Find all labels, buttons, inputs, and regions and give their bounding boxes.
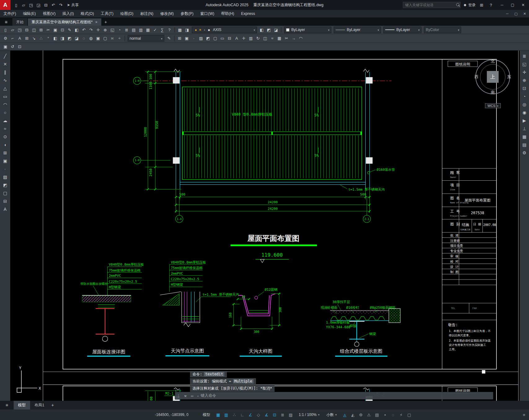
fillet-icon[interactable]: ◠ — [297, 35, 304, 42]
steering-wheel-icon[interactable]: ◉ — [520, 108, 528, 116]
cut-clip-icon[interactable]: ✂ — [45, 26, 52, 33]
polar-tracking-icon[interactable]: ∠ — [247, 411, 254, 418]
menu-draw-icon[interactable]: 绘图(D) — [117, 10, 137, 18]
text-style-combo[interactable]: normal — [128, 35, 164, 42]
save-icon[interactable]: ◳ — [27, 1, 35, 9]
mtext-tool-icon[interactable]: A — [1, 205, 9, 213]
plot-sheet-icon[interactable]: ⊟ — [23, 26, 30, 33]
insert-block-icon[interactable]: ⊞ — [176, 35, 183, 42]
window-minimize-icon[interactable]: ─ — [497, 0, 507, 10]
navbar-menu-icon[interactable]: ≣ — [520, 52, 528, 60]
cmd-recent-icon[interactable]: ▭ — [189, 392, 196, 399]
ellipse-icon[interactable]: ⊙ — [1, 133, 9, 140]
hide-obj-icon[interactable]: ◍ — [87, 35, 95, 42]
create-block-icon[interactable]: ▣ — [183, 35, 190, 42]
layer-combo[interactable]: ●☀▪■ AXIS — [192, 27, 257, 33]
cart-icon[interactable]: ⊞ — [478, 2, 485, 8]
menu-insert-icon[interactable]: 插入(I) — [59, 10, 77, 18]
markup-manager-icon[interactable]: ✓ — [152, 26, 159, 33]
named-views-icon[interactable]: ▤ — [520, 141, 528, 148]
isolate-obj-icon[interactable]: ◌ — [80, 35, 87, 42]
grid-toggle-icon[interactable]: ▦ — [214, 411, 222, 418]
make-block-tool-icon[interactable]: ▣ — [1, 157, 9, 165]
table-tool-icon[interactable]: ⊟ — [1, 197, 9, 205]
table-icon[interactable]: ⊟ — [226, 35, 233, 42]
autocad-logo-icon[interactable]: A — [0, 0, 11, 10]
layer-states-icon[interactable]: ◨ — [183, 26, 191, 33]
make-object-layer-current-icon[interactable]: ◧ — [258, 26, 265, 33]
draworder-above-icon[interactable]: ◩ — [66, 35, 73, 42]
search-icon[interactable] — [455, 2, 460, 7]
snap-toggle-icon[interactable]: ▥ — [223, 411, 230, 418]
array-icon[interactable]: ▦ — [276, 35, 283, 42]
polygon-icon[interactable]: △ — [1, 84, 9, 92]
window-close-icon[interactable]: ✕ — [518, 0, 528, 10]
hatch-icon[interactable]: ▨ — [197, 35, 205, 42]
text-style-icon[interactable]: A — [16, 35, 23, 42]
new-drawing-icon[interactable]: ▯ — [12, 1, 20, 9]
menu-parametric-icon[interactable]: 参数(P) — [177, 10, 197, 18]
command-input-bar[interactable]: ⋮⚒▭ 键入命令 — [175, 392, 493, 400]
layer-match-icon[interactable]: ◪ — [272, 26, 280, 33]
grid-display-icon[interactable]: ▦ — [520, 133, 528, 140]
drawing-canvas[interactable]: 100 1100 9150 12800 2450 500 500 24200 2… — [10, 51, 520, 401]
units-button[interactable]: 小数 — [324, 411, 339, 419]
mleader-style-icon[interactable]: ↘ — [30, 35, 37, 42]
layer-previous-icon[interactable]: ◩ — [265, 26, 272, 33]
doc-restore-icon[interactable]: ▢ — [512, 10, 520, 17]
multiline-icon[interactable]: ∥ — [1, 68, 9, 76]
move-icon[interactable]: ✛ — [240, 35, 247, 42]
ortho-toggle-icon[interactable]: ∟ — [239, 411, 246, 418]
dim-style-icon[interactable]: ⌐ — [9, 35, 16, 42]
menu-modify-icon[interactable]: 修改(M) — [157, 10, 177, 18]
doc-minimize-icon[interactable]: ─ — [503, 10, 512, 17]
insert-block-tool-icon[interactable]: ⊞ — [1, 149, 9, 157]
linetype-combo-caret-icon[interactable] — [376, 28, 379, 32]
window-restore-icon[interactable]: ▢ — [507, 0, 518, 10]
command-input-placeholder[interactable]: 键入命令 — [201, 393, 216, 398]
linetype-combo[interactable]: ByLayer — [334, 27, 381, 33]
revision-cloud-icon[interactable]: ☁ — [1, 117, 9, 124]
lineweight-combo[interactable]: ByLayer — [383, 27, 421, 33]
rectangle-icon[interactable]: ▭ — [1, 92, 9, 100]
viewcube-south[interactable]: 南 — [491, 90, 495, 95]
block-editor-icon[interactable]: ◧ — [73, 26, 80, 33]
orbit-icon[interactable]: ◎ — [520, 100, 528, 108]
extend-icon[interactable]: → — [290, 35, 297, 42]
style-manager-icon[interactable]: ✎ — [165, 35, 173, 42]
tab-model[interactable]: 模型 — [14, 401, 30, 409]
region-tool-icon[interactable]: ▢ — [1, 189, 9, 197]
lineweight-combo-caret-icon[interactable] — [417, 28, 420, 32]
circle-icon[interactable]: ○ — [1, 108, 9, 116]
zoom-previous-tool-icon[interactable]: ◔ — [520, 92, 528, 100]
help-btn-icon[interactable]: ? — [166, 26, 173, 33]
view-settings-icon[interactable]: ⚙ — [520, 149, 528, 157]
zoom-window-tool-icon[interactable]: ⊡ — [520, 84, 528, 92]
gradient-icon[interactable]: ◩ — [205, 35, 212, 42]
point-style-icon[interactable]: ∴ — [37, 35, 45, 42]
zoom-previous-icon[interactable]: ◔ — [116, 26, 123, 33]
save-file-icon[interactable]: ◳ — [16, 26, 23, 33]
match-properties-icon[interactable]: ✎ — [66, 26, 73, 33]
coordinates-display[interactable]: -164500, -180399, 0 — [155, 413, 198, 417]
point-tool-icon[interactable]: ∙ — [1, 165, 9, 173]
tab-close-icon[interactable]: ✕ — [95, 20, 98, 24]
lock-ui-icon[interactable]: ▪ — [381, 411, 389, 418]
save-as-icon[interactable]: ◲ — [35, 1, 42, 9]
new-tab-button[interactable]: + — [102, 18, 109, 26]
measure-geom-icon[interactable]: ≍ — [109, 35, 116, 42]
transparency-toggle-icon[interactable]: ▨ — [287, 411, 294, 418]
undo-icon[interactable]: ↶ — [50, 1, 57, 9]
plotstyle-combo[interactable]: ByColor — [424, 27, 461, 33]
quick-properties-icon[interactable]: ▤ — [373, 411, 381, 418]
ellipse-arc-icon[interactable]: ◖ — [1, 141, 9, 148]
menu-edit-icon[interactable]: 编辑(E) — [20, 10, 39, 18]
search-box[interactable] — [403, 2, 461, 8]
cmd-grip-icon[interactable]: ⋮ — [175, 392, 182, 399]
quick-calc-icon[interactable]: ∑ — [159, 26, 166, 33]
command-recent-caret-icon[interactable] — [196, 393, 199, 398]
menu-view-icon[interactable]: 视图(V) — [39, 10, 59, 18]
menu-file-icon[interactable]: 文件(F) — [0, 10, 20, 18]
color-combo-caret-icon[interactable] — [326, 28, 329, 32]
osnap-settings-icon[interactable]: ⊡ — [16, 43, 23, 50]
